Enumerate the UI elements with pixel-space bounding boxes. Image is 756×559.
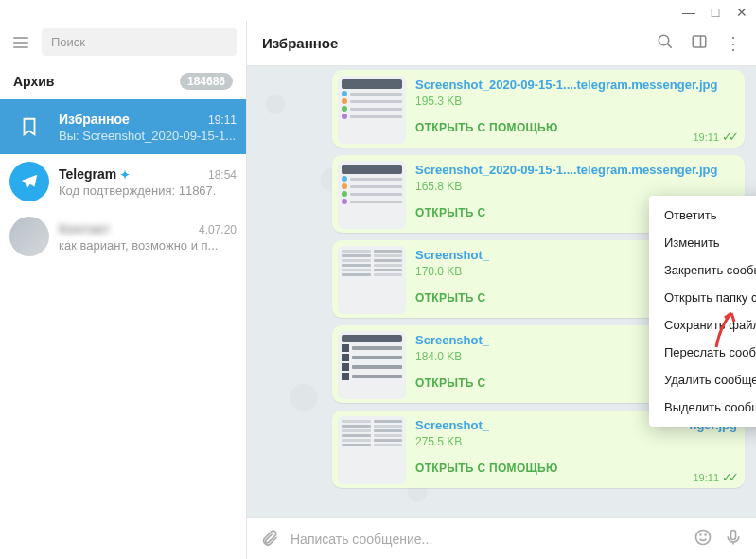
window-close[interactable]: ✕ — [733, 4, 750, 21]
file-thumbnail[interactable] — [338, 416, 406, 484]
chat-preview: Вы: Screenshot_2020-09-15-1... — [59, 129, 237, 143]
archive-label: Архив — [13, 74, 54, 89]
context-menu-item[interactable]: Переслать сообщение — [649, 339, 756, 366]
window-minimize[interactable]: — — [680, 4, 697, 21]
more-icon[interactable]: ⋮ — [725, 33, 741, 54]
chat-preview: как вариант, возможно и п... — [59, 238, 237, 253]
file-name: Screenshot_2020-09-15-1....telegram.mess… — [415, 163, 737, 177]
voice-icon[interactable] — [724, 528, 743, 550]
read-checks-icon: ✓✓ — [722, 470, 735, 484]
main-panel: Избранное ⋮ Screenshot_2020-09-15-1....t… — [247, 21, 756, 559]
chat-item[interactable]: Контакт4.07.20как вариант, возможно и п.… — [0, 209, 246, 264]
file-name: Screenshot_2020-09-15-1....telegram.mess… — [415, 78, 737, 92]
message-input[interactable] — [290, 532, 682, 547]
window-controls: — □ ✕ — [680, 4, 750, 21]
read-checks-icon: ✓✓ — [722, 130, 735, 144]
context-menu-item[interactable]: Сохранить файл как... — [649, 311, 756, 339]
file-size: 195.3 KB — [415, 95, 737, 108]
avatar — [9, 107, 49, 147]
sidebar: Поиск Архив 184686 Избранное19:11Вы: Scr… — [0, 21, 247, 559]
search-icon[interactable] — [657, 33, 674, 53]
svg-rect-1 — [693, 36, 706, 47]
chat-list: Избранное19:11Вы: Screenshot_2020-09-15-… — [0, 99, 246, 559]
file-thumbnail[interactable] — [338, 331, 406, 399]
chat-name: Избранное — [59, 112, 130, 127]
chat-item[interactable]: Telegram ✦18:54Код подтверждения: 11867. — [0, 154, 246, 209]
svg-point-2 — [696, 531, 711, 545]
file-thumbnail[interactable] — [338, 76, 406, 144]
file-size: 165.8 KB — [415, 180, 737, 193]
context-menu-item[interactable]: Удалить сообщение — [649, 366, 756, 393]
chat-time: 4.07.20 — [199, 223, 237, 236]
message-time: 19:11 ✓✓ — [693, 130, 735, 144]
emoji-icon[interactable] — [694, 528, 712, 550]
svg-point-4 — [705, 534, 706, 535]
archive-count-badge: 184686 — [180, 73, 233, 90]
file-size: 275.5 KB — [415, 435, 737, 448]
svg-point-0 — [659, 35, 669, 45]
open-with-button[interactable]: ОТКРЫТЬ С ПОМОЩЬЮ — [415, 462, 737, 475]
search-input[interactable]: Поиск — [42, 28, 237, 56]
chat-title: Избранное — [262, 35, 657, 51]
window-maximize[interactable]: □ — [707, 4, 724, 21]
file-thumbnail[interactable] — [338, 161, 406, 229]
message-time: 19:11 ✓✓ — [693, 470, 735, 484]
chat-time: 18:54 — [208, 168, 237, 182]
chat-item[interactable]: Избранное19:11Вы: Screenshot_2020-09-15-… — [0, 99, 246, 154]
context-menu-item[interactable]: Закрепить сообщение — [649, 256, 756, 284]
context-menu-item[interactable]: Ответить — [649, 201, 756, 229]
context-menu: ОтветитьИзменитьЗакрепить сообщениеОткры… — [649, 196, 756, 427]
chat-header: Избранное ⋮ — [247, 21, 756, 66]
chat-preview: Код подтверждения: 11867. — [59, 183, 237, 198]
avatar — [9, 162, 49, 201]
file-thumbnail[interactable] — [338, 246, 406, 314]
context-menu-item[interactable]: Выделить сообщение — [649, 393, 756, 421]
context-menu-item[interactable]: Изменить — [649, 229, 756, 256]
chat-name: Контакт — [59, 221, 110, 236]
open-with-button[interactable]: ОТКРЫТЬ С ПОМОЩЬЮ — [415, 121, 737, 134]
svg-rect-5 — [731, 531, 736, 540]
chat-time: 19:11 — [208, 114, 237, 127]
menu-icon[interactable] — [9, 33, 32, 52]
archive-row[interactable]: Архив 184686 — [0, 63, 246, 99]
context-menu-item[interactable]: Открыть папку с файлом — [649, 284, 756, 311]
message-bubble[interactable]: Screenshot_2020-09-15-1....telegram.mess… — [332, 70, 745, 148]
svg-point-3 — [700, 534, 701, 535]
verified-icon: ✦ — [120, 168, 130, 182]
sidebar-toggle-icon[interactable] — [691, 33, 708, 53]
composer — [247, 517, 756, 559]
chat-name: Telegram ✦ — [59, 166, 130, 182]
avatar — [9, 217, 49, 256]
attach-icon[interactable] — [260, 528, 279, 550]
